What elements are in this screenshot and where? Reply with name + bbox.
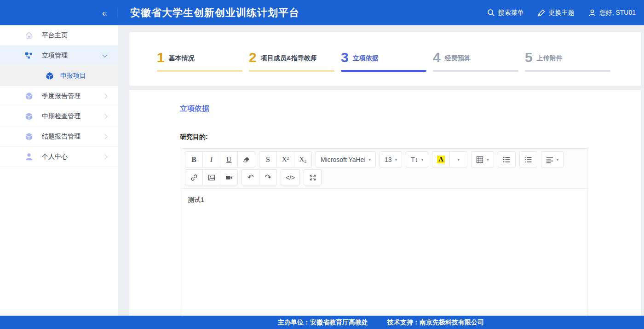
main-area: 1基本情况 2项目成员&指导教师 3立项依据 4经费预算 5上传附件 立项依据 (118, 25, 644, 316)
align-left-icon (546, 156, 553, 163)
footer-host: 主办单位：安徽省教育厅高教处 (278, 318, 368, 327)
toolbar-row-1: B I U S X² X₂ Microsoft YaHe (185, 151, 584, 167)
page-title: 安徽省大学生创新创业训练计划平台 (130, 6, 299, 20)
step-budget[interactable]: 4经费预算 (433, 51, 525, 72)
script-group: S X² X₂ (259, 151, 312, 167)
search-icon (487, 9, 495, 17)
person-icon (25, 153, 33, 161)
history-group: ↶ ↷ (242, 169, 277, 185)
numbered-list-icon (524, 156, 532, 163)
sitemap-icon (25, 52, 33, 60)
step-number: 4 (433, 51, 441, 64)
sidebar-item-label: 立项管理 (42, 52, 68, 60)
sidebar-item-label: 个人中心 (42, 153, 68, 161)
editor-content[interactable]: 测试1 (182, 189, 587, 317)
step-label: 上传附件 (537, 54, 563, 63)
font-family-dropdown[interactable]: Microsoft YaHei ▾ (316, 151, 376, 167)
step-underline (433, 70, 518, 72)
footer-text: 主办单位：安徽省教育厅高教处 技术支持：南京先极科技有限公司 (118, 318, 644, 327)
step-upload-attachments[interactable]: 5上传附件 (525, 51, 617, 72)
step-number: 2 (249, 51, 257, 64)
user-greeting: 您好, STU01 (599, 9, 636, 17)
undo-icon: ↶ (247, 173, 253, 181)
user-menu[interactable]: 您好, STU01 (588, 9, 636, 17)
sidebar-item-personal-center[interactable]: 个人中心 (0, 147, 118, 167)
line-height-icon: T↕ (411, 156, 418, 163)
font-family-group: Microsoft YaHei ▾ (316, 151, 376, 167)
step-number: 5 (525, 51, 533, 64)
video-icon (225, 174, 233, 181)
header-actions: 搜索菜单 更换主题 您好, STU01 (487, 9, 636, 17)
redo-button[interactable]: ↷ (259, 169, 277, 185)
font-color-button[interactable]: A (432, 151, 450, 167)
caret-down-icon: ▾ (487, 157, 489, 162)
step-label: 基本情况 (169, 54, 195, 63)
rich-text-editor: B I U S X² X₂ Microsoft YaHe (182, 148, 587, 318)
sidebar-item-final-report[interactable]: 结题报告管理 (0, 127, 118, 147)
toolbar-row-2: ↶ ↷ </> (185, 169, 584, 185)
style-group: B I U (185, 151, 255, 167)
chevron-right-icon (102, 93, 107, 98)
redo-icon: ↷ (264, 173, 271, 181)
search-menu-label: 搜索菜单 (498, 9, 524, 17)
wizard-steps: 1基本情况 2项目成员&指导教师 3立项依据 4经费预算 5上传附件 (129, 32, 641, 72)
sidebar-collapse-icon[interactable]: ‹‹ (102, 8, 106, 17)
chevron-right-icon (102, 134, 107, 139)
sidebar-item-label: 结题报告管理 (42, 133, 80, 141)
line-height-dropdown[interactable]: T↕ ▾ (406, 151, 428, 167)
insert-video-button[interactable] (220, 169, 238, 185)
bold-button[interactable]: B (185, 151, 203, 167)
chevron-right-icon (102, 154, 107, 159)
sidebar-item-midterm-check[interactable]: 中期检查管理 (0, 106, 118, 127)
step-underline (249, 70, 334, 72)
fullscreen-button[interactable] (304, 169, 322, 185)
superscript-button[interactable]: X² (276, 151, 294, 167)
font-size-dropdown[interactable]: 13 ▾ (380, 151, 402, 167)
step-label: 经费预算 (445, 54, 471, 63)
codeview-group: </> (281, 169, 300, 185)
user-icon (588, 9, 596, 17)
sidebar-item-home[interactable]: 平台主页 (0, 25, 118, 46)
ordered-list-button[interactable] (519, 151, 537, 167)
app-header: ‹‹ 安徽省大学生创新创业训练计划平台 搜索菜单 更换主题 您好, STU01 (0, 0, 644, 25)
paragraph-align-dropdown[interactable]: ▾ (541, 151, 564, 167)
sidebar-item-label: 申报项目 (60, 72, 86, 80)
sidebar-item-quarterly-report[interactable]: 季度报告管理 (0, 86, 118, 106)
caret-down-icon: ▾ (557, 157, 559, 162)
chevron-right-icon (102, 114, 107, 119)
clear-format-button[interactable] (237, 151, 255, 167)
step-basic-info[interactable]: 1基本情况 (157, 51, 249, 72)
sidebar-item-project-mgmt[interactable]: 立项管理 (0, 46, 118, 66)
italic-button[interactable]: I (202, 151, 220, 167)
table-dropdown[interactable]: ▾ (471, 151, 494, 167)
step-underline (157, 70, 242, 72)
sidebar-item-declare-project[interactable]: 申报项目 (0, 66, 118, 86)
sidebar: 平台主页 立项管理 申报项目 季度报告管理 中期检查管理 结题报告管理 个人中心 (0, 25, 118, 316)
unordered-list-button[interactable] (498, 151, 516, 167)
content-card: 立项依据 研究目的: B I U S X² X₂ (129, 90, 641, 316)
undo-button[interactable]: ↶ (242, 169, 259, 185)
caret-down-icon: ▾ (369, 157, 371, 162)
change-theme-button[interactable]: 更换主题 (538, 9, 575, 17)
home-icon (25, 31, 33, 40)
change-theme-label: 更换主题 (549, 9, 575, 17)
strikethrough-button[interactable]: S (259, 151, 277, 167)
caret-down-icon: ▾ (395, 157, 397, 162)
search-menu-button[interactable]: 搜索菜单 (487, 9, 524, 17)
font-color-dropdown[interactable]: ▾ (449, 151, 467, 167)
sidebar-item-label: 季度报告管理 (42, 92, 80, 100)
research-purpose-label: 研究目的: (180, 133, 641, 141)
eraser-icon (243, 156, 250, 163)
insert-link-button[interactable] (185, 169, 203, 185)
fullscreen-icon (309, 174, 316, 181)
step-project-basis[interactable]: 3立项依据 (341, 51, 433, 72)
subscript-button[interactable]: X₂ (294, 151, 312, 167)
code-view-button[interactable]: </> (281, 169, 300, 185)
underline-button[interactable]: U (220, 151, 238, 167)
step-members-advisors[interactable]: 2项目成员&指导教师 (249, 51, 341, 72)
insert-image-button[interactable] (202, 169, 220, 185)
caret-down-icon: ▾ (457, 157, 460, 162)
font-size-value: 13 (385, 156, 392, 163)
line-height-group: T↕ ▾ (406, 151, 428, 167)
font-color-group: A ▾ (432, 151, 467, 167)
